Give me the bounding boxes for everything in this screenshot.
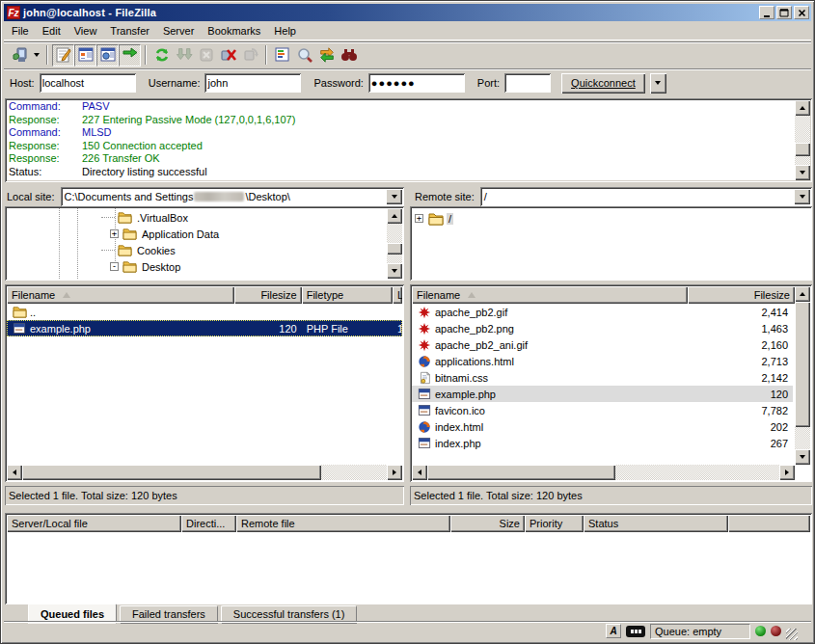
quickconnect-dropdown[interactable] [650, 73, 666, 94]
file-row-parent[interactable]: .. [7, 304, 402, 320]
file-row-example-php[interactable]: example.php 120 PHP File 1 [7, 320, 402, 336]
transfer-type-ascii-icon[interactable]: A [606, 624, 621, 638]
file-row[interactable]: index.html 202 [412, 418, 793, 435]
tree-item-virtualbox[interactable]: .VirtualBox [101, 209, 190, 226]
file-row[interactable]: favicon.ico 7,782 [412, 402, 793, 418]
scroll-thumb[interactable] [387, 243, 402, 255]
menu-transfer[interactable]: Transfer [103, 23, 156, 39]
scroll-up-button[interactable] [795, 286, 810, 302]
remote-site-combobox[interactable]: / [480, 187, 812, 206]
menu-file[interactable]: File [4, 23, 36, 39]
column-priority[interactable]: Priority [525, 515, 584, 532]
process-queue-button[interactable] [173, 44, 195, 67]
column-filetype[interactable]: Filetype [302, 286, 393, 304]
folder-icon [117, 243, 132, 257]
column-size[interactable]: Size [450, 515, 525, 532]
column-filename[interactable]: Filename [412, 286, 688, 304]
speed-limits-icon[interactable] [626, 626, 645, 637]
collapse-icon[interactable]: - [110, 262, 119, 271]
log-vscrollbar[interactable] [795, 100, 810, 180]
expand-icon[interactable]: + [110, 229, 119, 238]
column-direction[interactable]: Directi... [181, 515, 236, 532]
close-button[interactable] [794, 6, 809, 19]
cancel-icon [198, 46, 215, 64]
title-bar[interactable]: Fz john@localhost - FileZilla [4, 4, 811, 21]
scroll-thumb[interactable] [22, 465, 321, 480]
file-row[interactable]: apache_pb2.png 1,463 [412, 320, 793, 336]
maximize-button[interactable] [776, 6, 792, 19]
scroll-up-button[interactable] [387, 208, 402, 224]
directory-filters-button[interactable] [271, 44, 293, 67]
scroll-left-button[interactable] [7, 465, 22, 480]
column-filesize[interactable]: Filesize [234, 286, 302, 304]
toggle-remote-tree-button[interactable] [96, 44, 119, 67]
toolbar-separator [145, 45, 147, 65]
scroll-down-button[interactable] [795, 449, 810, 465]
remote-site-label: Remote site: [415, 191, 475, 202]
quickconnect-button[interactable]: Quickconnect [561, 73, 645, 94]
process-queue-icon [176, 46, 193, 64]
column-remote-file[interactable]: Remote file [236, 515, 450, 532]
cancel-operation-button[interactable] [195, 44, 217, 67]
tree-item-desktop[interactable]: - Desktop [101, 258, 182, 275]
column-status[interactable]: Status [584, 515, 728, 532]
password-input[interactable]: ●●●●●● [368, 73, 465, 93]
disconnect-button[interactable] [217, 44, 239, 67]
file-row[interactable]: bitnami.css 2,142 [412, 369, 793, 386]
minimize-button[interactable] [759, 6, 774, 19]
tree-item-cookies[interactable]: Cookies [101, 242, 177, 258]
local-tree-vscrollbar[interactable] [387, 208, 402, 279]
menu-bookmarks[interactable]: Bookmarks [201, 23, 267, 39]
port-input[interactable] [504, 73, 551, 93]
menu-help[interactable]: Help [267, 23, 303, 39]
file-row[interactable]: apache_pb2_ani.gif 2,160 [412, 336, 793, 353]
column-filename[interactable]: Filename [7, 286, 234, 304]
menu-edit[interactable]: Edit [36, 23, 68, 39]
directory-comparison-button[interactable] [293, 44, 315, 67]
local-list-hscrollbar[interactable] [7, 465, 402, 480]
menu-server[interactable]: Server [156, 23, 201, 39]
resize-grip[interactable] [786, 629, 798, 640]
file-row[interactable]: applications.html 2,713 [412, 353, 793, 369]
menu-view[interactable]: View [68, 23, 104, 39]
tree-item-application-data[interactable]: + Application Data [101, 226, 221, 242]
column-server-local-file[interactable]: Server/Local file [7, 515, 181, 532]
toggle-message-log-button[interactable] [52, 44, 74, 67]
column-filesize[interactable]: Filesize [688, 286, 795, 304]
file-row[interactable]: index.php 267 [412, 435, 793, 451]
find-files-button[interactable] [338, 44, 360, 67]
column-lastmodified[interactable]: L [393, 286, 402, 304]
site-manager-button[interactable] [8, 44, 30, 67]
toggle-transfer-queue-button[interactable] [119, 44, 141, 67]
scroll-down-button[interactable] [795, 165, 810, 180]
host-input[interactable]: localhost [40, 73, 136, 93]
php-file-icon [417, 387, 432, 401]
scroll-left-button[interactable] [412, 465, 427, 480]
transfer-queue: Server/Local file Directi... Remote file… [5, 513, 812, 604]
scroll-right-button[interactable] [779, 465, 795, 480]
username-input[interactable]: john [204, 73, 301, 93]
html-file-icon [417, 354, 432, 368]
reconnect-button[interactable] [239, 44, 261, 67]
file-row-example-php[interactable]: example.php 120 [412, 386, 793, 402]
site-manager-dropdown[interactable] [30, 44, 42, 67]
file-row[interactable]: apache_pb2.gif 2,414 [412, 304, 793, 320]
remote-list-vscrollbar[interactable] [795, 286, 810, 465]
scroll-thumb[interactable] [427, 465, 615, 480]
local-site-combobox[interactable]: C:\Documents and Settings\Desktop\ [61, 187, 404, 206]
remote-list-hscrollbar[interactable] [412, 465, 795, 480]
expand-icon[interactable]: + [415, 214, 423, 223]
remote-site-dropdown[interactable] [794, 189, 810, 204]
synchronized-browsing-button[interactable] [315, 44, 338, 67]
scroll-down-button[interactable] [387, 263, 402, 279]
tree-item-root[interactable]: + / [415, 210, 453, 227]
scroll-right-button[interactable] [387, 465, 402, 480]
local-site-dropdown[interactable] [386, 189, 402, 204]
scroll-thumb[interactable] [795, 302, 810, 427]
dropdown-arrow-icon [655, 81, 661, 85]
scroll-thumb[interactable] [795, 143, 810, 156]
toggle-local-tree-button[interactable] [74, 44, 96, 67]
window-title: john@localhost - FileZilla [23, 7, 156, 18]
scroll-up-button[interactable] [795, 100, 810, 116]
refresh-button[interactable] [150, 44, 173, 67]
